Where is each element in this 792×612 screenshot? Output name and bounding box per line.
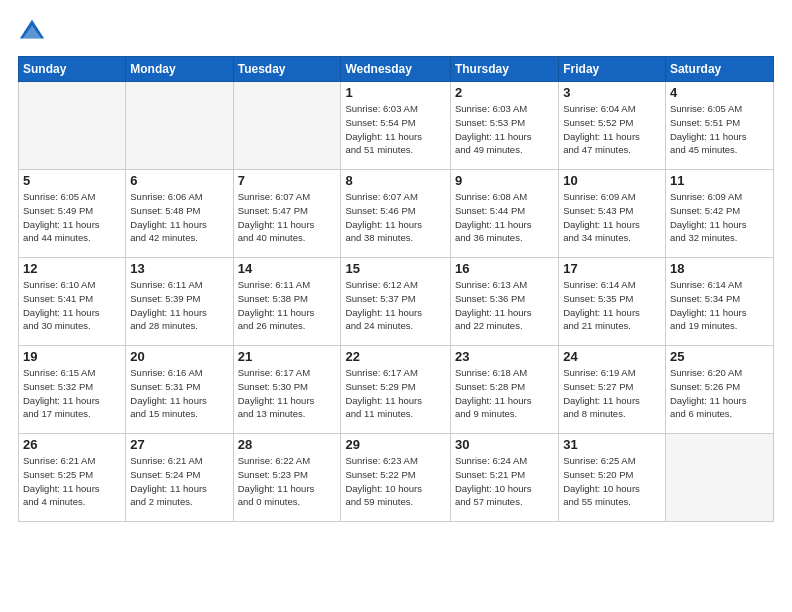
day-cell: 31Sunrise: 6:25 AM Sunset: 5:20 PM Dayli… [559, 434, 666, 522]
weekday-thursday: Thursday [450, 57, 558, 82]
day-cell: 24Sunrise: 6:19 AM Sunset: 5:27 PM Dayli… [559, 346, 666, 434]
day-cell: 19Sunrise: 6:15 AM Sunset: 5:32 PM Dayli… [19, 346, 126, 434]
day-info: Sunrise: 6:11 AM Sunset: 5:38 PM Dayligh… [238, 278, 337, 333]
day-number: 2 [455, 85, 554, 100]
day-info: Sunrise: 6:06 AM Sunset: 5:48 PM Dayligh… [130, 190, 228, 245]
week-row-1: 5Sunrise: 6:05 AM Sunset: 5:49 PM Daylig… [19, 170, 774, 258]
day-cell: 22Sunrise: 6:17 AM Sunset: 5:29 PM Dayli… [341, 346, 450, 434]
day-number: 26 [23, 437, 121, 452]
day-cell: 4Sunrise: 6:05 AM Sunset: 5:51 PM Daylig… [665, 82, 773, 170]
day-number: 19 [23, 349, 121, 364]
day-number: 6 [130, 173, 228, 188]
weekday-monday: Monday [126, 57, 233, 82]
weekday-friday: Friday [559, 57, 666, 82]
day-cell: 26Sunrise: 6:21 AM Sunset: 5:25 PM Dayli… [19, 434, 126, 522]
day-info: Sunrise: 6:19 AM Sunset: 5:27 PM Dayligh… [563, 366, 661, 421]
day-cell [19, 82, 126, 170]
day-number: 22 [345, 349, 445, 364]
day-info: Sunrise: 6:23 AM Sunset: 5:22 PM Dayligh… [345, 454, 445, 509]
day-cell: 7Sunrise: 6:07 AM Sunset: 5:47 PM Daylig… [233, 170, 341, 258]
day-number: 12 [23, 261, 121, 276]
day-info: Sunrise: 6:05 AM Sunset: 5:49 PM Dayligh… [23, 190, 121, 245]
day-info: Sunrise: 6:10 AM Sunset: 5:41 PM Dayligh… [23, 278, 121, 333]
day-number: 5 [23, 173, 121, 188]
day-info: Sunrise: 6:20 AM Sunset: 5:26 PM Dayligh… [670, 366, 769, 421]
day-info: Sunrise: 6:14 AM Sunset: 5:34 PM Dayligh… [670, 278, 769, 333]
day-cell: 23Sunrise: 6:18 AM Sunset: 5:28 PM Dayli… [450, 346, 558, 434]
day-cell: 14Sunrise: 6:11 AM Sunset: 5:38 PM Dayli… [233, 258, 341, 346]
day-cell: 12Sunrise: 6:10 AM Sunset: 5:41 PM Dayli… [19, 258, 126, 346]
calendar-table: SundayMondayTuesdayWednesdayThursdayFrid… [18, 56, 774, 522]
day-number: 14 [238, 261, 337, 276]
day-cell: 28Sunrise: 6:22 AM Sunset: 5:23 PM Dayli… [233, 434, 341, 522]
week-row-3: 19Sunrise: 6:15 AM Sunset: 5:32 PM Dayli… [19, 346, 774, 434]
weekday-saturday: Saturday [665, 57, 773, 82]
day-cell: 27Sunrise: 6:21 AM Sunset: 5:24 PM Dayli… [126, 434, 233, 522]
weekday-wednesday: Wednesday [341, 57, 450, 82]
day-cell: 30Sunrise: 6:24 AM Sunset: 5:21 PM Dayli… [450, 434, 558, 522]
day-number: 16 [455, 261, 554, 276]
day-cell: 10Sunrise: 6:09 AM Sunset: 5:43 PM Dayli… [559, 170, 666, 258]
weekday-tuesday: Tuesday [233, 57, 341, 82]
day-number: 21 [238, 349, 337, 364]
day-info: Sunrise: 6:07 AM Sunset: 5:46 PM Dayligh… [345, 190, 445, 245]
day-number: 24 [563, 349, 661, 364]
day-cell: 25Sunrise: 6:20 AM Sunset: 5:26 PM Dayli… [665, 346, 773, 434]
day-cell [233, 82, 341, 170]
day-number: 30 [455, 437, 554, 452]
day-info: Sunrise: 6:05 AM Sunset: 5:51 PM Dayligh… [670, 102, 769, 157]
calendar-page: SundayMondayTuesdayWednesdayThursdayFrid… [0, 0, 792, 612]
day-number: 20 [130, 349, 228, 364]
day-info: Sunrise: 6:18 AM Sunset: 5:28 PM Dayligh… [455, 366, 554, 421]
day-number: 13 [130, 261, 228, 276]
day-info: Sunrise: 6:09 AM Sunset: 5:42 PM Dayligh… [670, 190, 769, 245]
day-number: 23 [455, 349, 554, 364]
day-cell: 21Sunrise: 6:17 AM Sunset: 5:30 PM Dayli… [233, 346, 341, 434]
day-cell [665, 434, 773, 522]
day-number: 15 [345, 261, 445, 276]
day-cell: 2Sunrise: 6:03 AM Sunset: 5:53 PM Daylig… [450, 82, 558, 170]
day-info: Sunrise: 6:07 AM Sunset: 5:47 PM Dayligh… [238, 190, 337, 245]
day-info: Sunrise: 6:04 AM Sunset: 5:52 PM Dayligh… [563, 102, 661, 157]
day-info: Sunrise: 6:14 AM Sunset: 5:35 PM Dayligh… [563, 278, 661, 333]
day-info: Sunrise: 6:24 AM Sunset: 5:21 PM Dayligh… [455, 454, 554, 509]
day-cell: 16Sunrise: 6:13 AM Sunset: 5:36 PM Dayli… [450, 258, 558, 346]
day-cell: 13Sunrise: 6:11 AM Sunset: 5:39 PM Dayli… [126, 258, 233, 346]
day-info: Sunrise: 6:16 AM Sunset: 5:31 PM Dayligh… [130, 366, 228, 421]
day-cell: 18Sunrise: 6:14 AM Sunset: 5:34 PM Dayli… [665, 258, 773, 346]
day-cell: 8Sunrise: 6:07 AM Sunset: 5:46 PM Daylig… [341, 170, 450, 258]
day-cell: 6Sunrise: 6:06 AM Sunset: 5:48 PM Daylig… [126, 170, 233, 258]
day-info: Sunrise: 6:17 AM Sunset: 5:30 PM Dayligh… [238, 366, 337, 421]
day-info: Sunrise: 6:03 AM Sunset: 5:54 PM Dayligh… [345, 102, 445, 157]
day-info: Sunrise: 6:11 AM Sunset: 5:39 PM Dayligh… [130, 278, 228, 333]
day-cell: 20Sunrise: 6:16 AM Sunset: 5:31 PM Dayli… [126, 346, 233, 434]
day-cell [126, 82, 233, 170]
day-info: Sunrise: 6:22 AM Sunset: 5:23 PM Dayligh… [238, 454, 337, 509]
day-info: Sunrise: 6:09 AM Sunset: 5:43 PM Dayligh… [563, 190, 661, 245]
day-cell: 17Sunrise: 6:14 AM Sunset: 5:35 PM Dayli… [559, 258, 666, 346]
day-number: 27 [130, 437, 228, 452]
logo [18, 18, 50, 46]
day-number: 9 [455, 173, 554, 188]
week-row-4: 26Sunrise: 6:21 AM Sunset: 5:25 PM Dayli… [19, 434, 774, 522]
day-number: 31 [563, 437, 661, 452]
day-cell: 9Sunrise: 6:08 AM Sunset: 5:44 PM Daylig… [450, 170, 558, 258]
logo-icon [18, 18, 46, 46]
day-number: 8 [345, 173, 445, 188]
day-info: Sunrise: 6:25 AM Sunset: 5:20 PM Dayligh… [563, 454, 661, 509]
day-cell: 3Sunrise: 6:04 AM Sunset: 5:52 PM Daylig… [559, 82, 666, 170]
day-info: Sunrise: 6:21 AM Sunset: 5:24 PM Dayligh… [130, 454, 228, 509]
day-number: 4 [670, 85, 769, 100]
day-info: Sunrise: 6:08 AM Sunset: 5:44 PM Dayligh… [455, 190, 554, 245]
day-number: 18 [670, 261, 769, 276]
day-cell: 15Sunrise: 6:12 AM Sunset: 5:37 PM Dayli… [341, 258, 450, 346]
day-number: 1 [345, 85, 445, 100]
day-info: Sunrise: 6:13 AM Sunset: 5:36 PM Dayligh… [455, 278, 554, 333]
day-cell: 11Sunrise: 6:09 AM Sunset: 5:42 PM Dayli… [665, 170, 773, 258]
day-number: 29 [345, 437, 445, 452]
day-info: Sunrise: 6:21 AM Sunset: 5:25 PM Dayligh… [23, 454, 121, 509]
day-info: Sunrise: 6:15 AM Sunset: 5:32 PM Dayligh… [23, 366, 121, 421]
day-number: 28 [238, 437, 337, 452]
day-info: Sunrise: 6:03 AM Sunset: 5:53 PM Dayligh… [455, 102, 554, 157]
weekday-sunday: Sunday [19, 57, 126, 82]
